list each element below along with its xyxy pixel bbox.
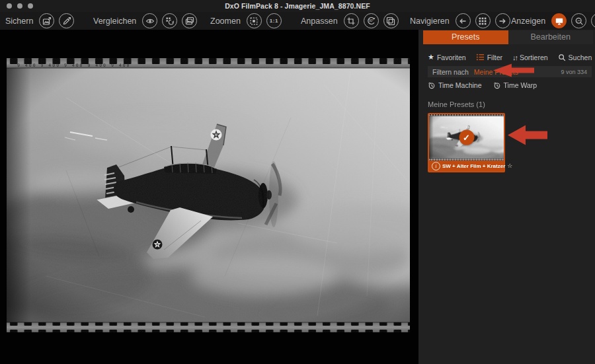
svg-text:90°: 90° bbox=[369, 19, 374, 22]
prev-image-button[interactable] bbox=[456, 13, 471, 28]
info-icon[interactable]: i bbox=[432, 162, 440, 170]
favorites-label: Favoriten bbox=[437, 54, 466, 61]
search-button[interactable]: Suchen bbox=[558, 54, 592, 61]
time-row: Time Machine Time Warp bbox=[428, 81, 595, 89]
search-label: Suchen bbox=[569, 54, 592, 61]
next-image-icon bbox=[498, 17, 507, 26]
compare-history-icon bbox=[165, 17, 175, 26]
edit-export-icon bbox=[62, 17, 71, 26]
sichern-label: Sichern bbox=[5, 17, 33, 26]
zoom-fit-button[interactable] bbox=[247, 13, 262, 28]
window-title: DxO FilmPack 8 - Jmagerie_JMA_8870.NEF bbox=[0, 2, 595, 10]
time-machine-label: Time Machine bbox=[438, 81, 482, 89]
prev-image-icon bbox=[458, 17, 467, 26]
tab-bearbeiten[interactable]: Bearbeiten bbox=[508, 30, 594, 44]
rotate-90-icon: 90° bbox=[366, 16, 376, 26]
toolbar-group-anzeigen: Anzeigen bbox=[511, 12, 595, 30]
content-area: Presets Bearbeiten ★ Favoriten Filter bbox=[0, 30, 595, 364]
edit-export-button[interactable] bbox=[59, 13, 74, 28]
vergleichen-label: Vergleichen bbox=[93, 17, 136, 26]
sidebar-tabs: Presets Bearbeiten bbox=[423, 30, 593, 44]
compare-button[interactable] bbox=[142, 13, 157, 28]
time-machine-button[interactable]: Time Machine bbox=[428, 81, 482, 89]
export-image-icon bbox=[42, 17, 52, 26]
tab-presets[interactable]: Presets bbox=[423, 30, 508, 44]
crop-icon bbox=[346, 17, 356, 26]
preset-card[interactable]: ✓ i SW + Alter Film + Kratzer ☆ bbox=[428, 113, 505, 172]
frame-button[interactable] bbox=[383, 13, 399, 28]
selected-badge: ✓ bbox=[459, 130, 474, 145]
tone-curve-button[interactable] bbox=[591, 13, 595, 28]
frame-icon bbox=[386, 17, 395, 26]
filter-prefix: Filtern nach bbox=[432, 68, 469, 76]
filter-count: 9 von 334 bbox=[561, 69, 587, 75]
filter-label: Filter bbox=[487, 54, 502, 61]
compare-eye-icon bbox=[145, 17, 155, 26]
loupe-button[interactable] bbox=[571, 13, 586, 28]
time-warp-icon bbox=[493, 81, 501, 89]
gallery-button[interactable] bbox=[182, 13, 197, 28]
filter-bar: Filtern nach Meine Presets 9 von 334 bbox=[428, 66, 592, 77]
grid-view-icon bbox=[478, 17, 487, 26]
search-icon bbox=[558, 54, 566, 61]
presets-toolrow: ★ Favoriten Filter ↓↑ Sortieren bbox=[428, 53, 590, 61]
star-outline-icon[interactable]: ☆ bbox=[507, 163, 512, 169]
star-icon: ★ bbox=[428, 54, 434, 61]
main-toolbar: Sichern Vergleichen bbox=[0, 12, 595, 30]
compare-history-button[interactable] bbox=[162, 13, 177, 28]
rotate-90-button[interactable]: 90° bbox=[364, 13, 379, 28]
zoomen-label: Zoomen bbox=[210, 17, 241, 26]
next-image-button[interactable] bbox=[495, 13, 510, 28]
zoom-fit-icon bbox=[249, 17, 258, 26]
display-button[interactable] bbox=[551, 13, 567, 28]
export-image-button[interactable] bbox=[39, 13, 54, 28]
loupe-icon bbox=[575, 17, 584, 26]
navigieren-label: Navigieren bbox=[410, 17, 450, 26]
toolbar-group-zoomen: Zoomen 1:1 bbox=[210, 12, 282, 30]
preset-label-bar: i SW + Alter Film + Kratzer ☆ bbox=[429, 161, 504, 171]
toolbar-group-vergleichen: Vergleichen bbox=[93, 12, 197, 30]
sort-button[interactable]: ↓↑ Sortieren bbox=[512, 54, 548, 61]
zoom-1to1-icon: 1:1 bbox=[270, 18, 278, 24]
toolbar-group-sichern: Sichern bbox=[5, 12, 74, 30]
image-viewer bbox=[0, 30, 418, 364]
gallery-icon bbox=[185, 17, 194, 26]
film-photo bbox=[7, 58, 410, 332]
toolbar-group-navigieren: Navigieren bbox=[410, 12, 510, 30]
anzeigen-label: Anzeigen bbox=[511, 17, 545, 26]
app-window: DxO FilmPack 8 - Jmagerie_JMA_8870.NEF S… bbox=[0, 0, 595, 364]
sort-label: Sortieren bbox=[520, 54, 548, 61]
titlebar: DxO FilmPack 8 - Jmagerie_JMA_8870.NEF bbox=[0, 0, 595, 13]
filter-button[interactable]: Filter bbox=[476, 53, 502, 61]
sort-arrows-icon: ↓↑ bbox=[512, 54, 517, 61]
time-warp-label: Time Warp bbox=[504, 81, 537, 89]
presets-sidebar: Presets Bearbeiten ★ Favoriten Filter bbox=[418, 30, 595, 364]
preset-thumbnail: ✓ bbox=[429, 114, 504, 161]
filter-list-icon bbox=[476, 53, 485, 61]
zoom-1to1-button[interactable]: 1:1 bbox=[266, 13, 282, 28]
time-machine-icon bbox=[428, 81, 436, 89]
favorites-button[interactable]: ★ Favoriten bbox=[428, 54, 466, 61]
crop-button[interactable] bbox=[344, 13, 359, 28]
preset-name: SW + Alter Film + Kratzer bbox=[442, 163, 505, 169]
section-title: Meine Presets (1) bbox=[428, 100, 595, 108]
anpassen-label: Anpassen bbox=[301, 17, 338, 26]
grid-view-button[interactable] bbox=[475, 13, 491, 28]
check-icon: ✓ bbox=[463, 133, 470, 142]
filter-value-link[interactable]: Meine Presets bbox=[474, 68, 518, 76]
display-icon bbox=[555, 17, 564, 26]
toolbar-group-anpassen: Anpassen 90° bbox=[301, 12, 399, 30]
time-warp-button[interactable]: Time Warp bbox=[493, 81, 537, 89]
